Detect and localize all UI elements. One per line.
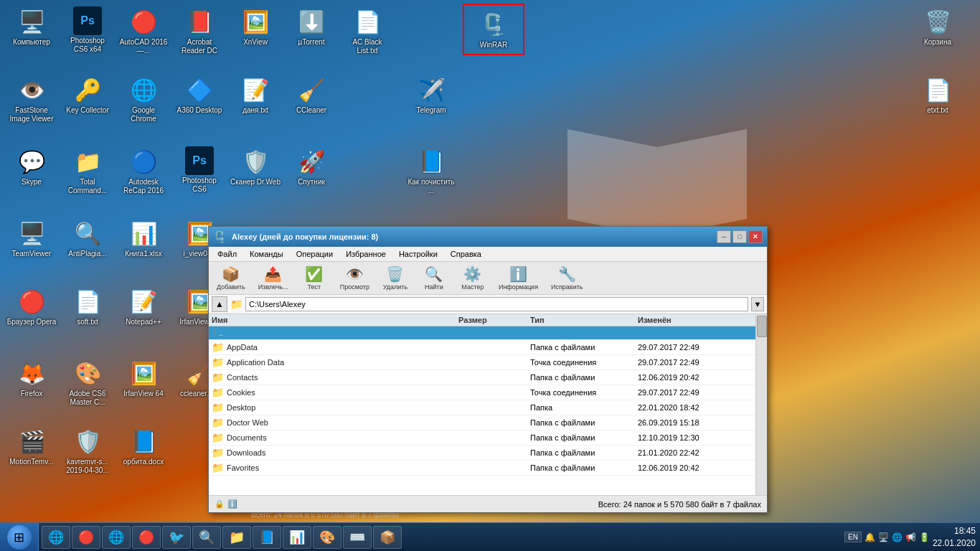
address-dropdown-button[interactable]: ▼ <box>751 297 764 311</box>
table-row[interactable]: 📁 Application Data Точка соединения 29.0… <box>209 355 755 370</box>
tool-repair[interactable]: 🔧 Исправить <box>546 263 588 293</box>
taskbar-chrome[interactable]: 🌐 <box>102 526 131 549</box>
menu-file[interactable]: Файл <box>212 248 242 260</box>
desktop-icon-acblack[interactable]: 📄 AC Black List.txt <box>339 4 395 58</box>
desktop-icon-irfanview64[interactable]: 🖼️ IrfanView 64 <box>116 355 171 401</box>
taskbar-folder[interactable]: 📁 <box>222 526 251 549</box>
desktop-icon-etxt[interactable]: 📄 etxt.txt <box>910 72 966 118</box>
menu-settings[interactable]: Настройки <box>393 248 443 260</box>
desktop-icon-telegram[interactable]: ✈️ Telegram <box>403 72 459 118</box>
nav-up-button[interactable]: ▲ <box>212 296 227 312</box>
desktop-icon-sputnik[interactable]: 🚀 Спутник <box>283 143 339 189</box>
taskbar-search[interactable]: 🔍 <box>192 526 221 549</box>
tool-add[interactable]: 📦 Добавить <box>212 263 250 293</box>
table-row[interactable]: 📁 AppData Папка с файлами 29.07.2017 22:… <box>209 340 755 355</box>
desktop-icon-chrome[interactable]: 🌐 Google Chrome <box>116 72 171 126</box>
tool-extract[interactable]: 📤 Извлечь... <box>253 263 293 293</box>
desktop-icon-kavremir[interactable]: 🛡️ kavremvr-s... 2019-04-30... <box>60 423 116 478</box>
desktop-icon-photoshop[interactable]: Ps Photoshop CS6 x64 <box>60 4 116 57</box>
desktop-icon-faststone[interactable]: 👁️ FastStone Image Viewer <box>4 72 60 126</box>
close-button[interactable]: ✕ <box>748 230 763 243</box>
folder-icon: 📁 <box>212 417 224 428</box>
table-row[interactable]: 📁 Contacts Папка с файлами 12.06.2019 20… <box>209 370 755 385</box>
table-row[interactable]: 📁 Favorites Папка с файлами 12.06.2019 2… <box>209 461 755 476</box>
taskbar-photoshop[interactable]: 🎨 <box>313 526 341 549</box>
desktop-icon-autocad[interactable]: 🔴 AutoCAD 2016 —... <box>116 4 171 58</box>
desktop-icon-antiplag[interactable]: 🔍 AntiPlagia... <box>60 215 116 261</box>
tool-wizard[interactable]: ⚙️ Мастер <box>455 263 491 293</box>
fm-title: Alexey (дней до покупки лицензии: 8) <box>232 232 378 241</box>
taskbar-winrar[interactable]: 📦 <box>373 526 402 549</box>
menu-operations[interactable]: Операции <box>291 248 339 260</box>
desktop-icon-opera[interactable]: 🔴 Браузер Opera <box>4 283 60 329</box>
desktop: 🖥️ Компьютер Ps Photoshop CS6 x64 🔴 Auto… <box>0 0 980 551</box>
tool-delete[interactable]: 🗑️ Удалить <box>377 263 413 293</box>
fm-scrollbar[interactable] <box>755 314 767 495</box>
tool-test[interactable]: ✅ Тест <box>296 263 332 293</box>
table-row[interactable]: 📁 Cookies Точка соединения 29.07.2017 22… <box>209 385 755 400</box>
desktop-icon-recycle[interactable]: 🗑️ Корзина <box>910 4 966 50</box>
taskbar-word[interactable]: 📘 <box>253 526 281 549</box>
system-tray: EN 🔔 🖥️ 🌐 📢 🔋 18:45 22.01.2020 <box>840 525 980 550</box>
desktop-icon-autodesk[interactable]: 🔵 Autodesk ReCap 2016 <box>116 143 171 198</box>
desktop-icon-totalcmd[interactable]: 📁 Total Command... <box>60 143 116 198</box>
desktop-icon-danya[interactable]: 📝 даня.txt <box>227 72 283 118</box>
desktop-icon-orbita[interactable]: 📘 орбита.docx <box>116 423 171 469</box>
table-row[interactable]: 📁 Doctor Web Папка с файлами 26.09.2019 … <box>209 415 755 430</box>
desktop-icon-computer[interactable]: 🖥️ Компьютер <box>4 4 60 50</box>
col-modified[interactable]: Изменён <box>638 316 753 324</box>
desktop-icon-a360[interactable]: 🔷 A360 Desktop <box>171 72 227 118</box>
desktop-icon-utorrent[interactable]: ⬇️ µTorrent <box>283 4 339 50</box>
file-modified: 29.07.2017 22:49 <box>638 343 753 352</box>
desktop-icon-ccleaner[interactable]: 🧹 CCleaner <box>283 72 339 118</box>
col-type[interactable]: Тип <box>530 316 638 324</box>
file-modified: 12.10.2019 12:30 <box>638 433 753 442</box>
address-input[interactable] <box>245 297 748 311</box>
menu-commands[interactable]: Команды <box>244 248 289 260</box>
desktop-icon-soft[interactable]: 📄 soft.txt <box>60 283 116 329</box>
fm-window-buttons: ─ □ ✕ <box>717 230 763 243</box>
file-name-text: Contacts <box>227 373 258 382</box>
taskbar-excel[interactable]: 📊 <box>283 526 311 549</box>
tool-view[interactable]: 👁️ Просмотр <box>335 263 374 293</box>
col-name[interactable]: Имя <box>212 316 458 324</box>
clock-date: 22.01.2020 <box>933 537 976 550</box>
desktop-icon-teamviewer[interactable]: 🖥️ TeamViewer <box>4 215 60 261</box>
language-button[interactable]: EN <box>844 532 862 542</box>
tool-find[interactable]: 🔍 Найти <box>416 263 452 293</box>
menu-help[interactable]: Справка <box>445 248 487 260</box>
start-button[interactable]: ⊞ <box>0 523 39 552</box>
table-row[interactable]: 📁 Desktop Папка 22.01.2020 18:42 <box>209 400 755 415</box>
desktop-icon-keycollector[interactable]: 🔑 Key Collector <box>60 72 116 118</box>
taskbar-bird[interactable]: 🐦 <box>162 526 191 549</box>
col-size[interactable]: Размер <box>458 316 530 324</box>
minimize-button[interactable]: ─ <box>717 230 731 243</box>
desktop-icon-xnview[interactable]: 🖼️ XnView <box>227 4 283 50</box>
desktop-icon-skype[interactable]: 💬 Skype <box>4 143 60 189</box>
file-name-text: Desktop <box>227 403 255 412</box>
taskbar-opera2[interactable]: 🔴 <box>132 526 161 549</box>
desktop-icon-word[interactable]: 📘 Как почистить ... <box>403 143 459 198</box>
desktop-icon-notepad[interactable]: 📝 Notepad++ <box>116 283 171 329</box>
desktop-icon-pscs6b[interactable]: Ps Photoshop CS6 <box>171 143 227 197</box>
desktop-icon-acrobat[interactable]: 📕 Acrobat Reader DC <box>171 4 227 58</box>
tool-info[interactable]: ℹ️ Информация <box>494 263 543 293</box>
desktop-icon-adobecs[interactable]: 🎨 Adobe CS6 Master C... <box>60 355 116 410</box>
table-row[interactable]: ↑ .. <box>209 326 755 340</box>
file-modified: 21.01.2020 22:42 <box>638 448 753 457</box>
table-row[interactable]: 📁 Downloads Папка с файлами 21.01.2020 2… <box>209 446 755 461</box>
desktop-icon-motion[interactable]: 🎬 MotionTemv... <box>4 423 60 469</box>
desktop-icon-firefox[interactable]: 🦊 Firefox <box>4 355 60 401</box>
taskbar-kbd[interactable]: ⌨️ <box>343 526 372 549</box>
taskbar-opera[interactable]: 🔴 <box>72 526 100 549</box>
up-icon: ↑ <box>212 328 216 338</box>
file-name-text: Application Data <box>227 358 284 367</box>
desktop-icon-scanner[interactable]: 🛡️ Сканер Dr.Web <box>227 143 283 189</box>
desktop-icon-excel[interactable]: 📊 Книга1.xlsx <box>116 215 171 261</box>
desktop-icon-winrar[interactable]: 🗜️ WinRAR <box>466 6 522 52</box>
taskbar-ie[interactable]: 🌐 <box>42 526 70 549</box>
file-modified: 12.06.2019 20:42 <box>638 463 753 472</box>
menu-favorites[interactable]: Избранное <box>340 248 392 260</box>
maximize-button[interactable]: □ <box>732 230 747 243</box>
table-row[interactable]: 📁 Documents Папка с файлами 12.10.2019 1… <box>209 430 755 446</box>
